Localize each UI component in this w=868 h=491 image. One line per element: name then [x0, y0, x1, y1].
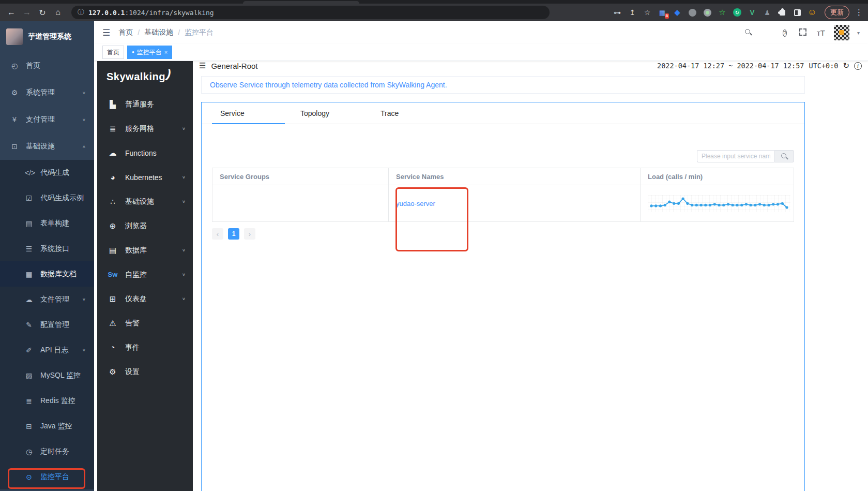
chrome-update-button[interactable]: 更新 — [825, 6, 849, 19]
sidebar-collapse-icon[interactable]: ☰ — [102, 27, 110, 38]
notice-banner: Observe Service through telemetry data c… — [201, 76, 805, 94]
sidebar-item-file-mgmt[interactable]: ☁ 文件管理 ∨ — [0, 287, 94, 312]
sidebar-item-db-doc[interactable]: ▦ 数据库文档 — [0, 261, 94, 287]
tab-trace[interactable]: Trace — [372, 102, 452, 124]
log-icon: ✐ — [25, 346, 33, 354]
site-info-icon[interactable]: ⓘ — [78, 8, 84, 17]
sw-item-browser[interactable]: ⊕浏览器 — [97, 214, 193, 238]
extension-grid-icon[interactable]: ▦8 — [658, 8, 667, 17]
avatar-dropdown-caret[interactable]: ▾ — [857, 30, 860, 36]
service-link[interactable]: yudao-server — [396, 200, 435, 207]
browser-toolbar: ← → ↻ ⌂ ⓘ 127.0.0.1:1024/infra/skywalkin… — [0, 4, 868, 21]
sidebar-item-infrastructure[interactable]: ⊡ 基础设施 ∧ — [0, 133, 94, 160]
chevron-down-icon: ∨ — [82, 117, 86, 122]
sw-item-dashboards[interactable]: ⊞仪表盘∨ — [97, 287, 193, 311]
extensions-puzzle-icon[interactable] — [778, 8, 787, 17]
address-bar[interactable]: ⓘ 127.0.0.1:1024/infra/skywalking — [71, 6, 550, 19]
sw-label: 事件 — [125, 343, 186, 352]
tag-home[interactable]: 首页 — [102, 46, 124, 59]
back-icon[interactable]: ← — [5, 6, 18, 19]
sidebar-item-payment[interactable]: ¥ 支付管理 ∨ — [0, 106, 94, 133]
extension-vue-devtools-icon[interactable]: V — [748, 8, 757, 17]
password-key-icon[interactable]: ⊶ — [613, 8, 622, 17]
breadcrumb-home[interactable]: 首页 — [118, 28, 133, 37]
sidebar-item-codegen[interactable]: </> 代码生成 — [0, 160, 94, 185]
page-1-button[interactable]: 1 — [228, 228, 239, 240]
sw-item-self-monitor[interactable]: Sw自监控∨ — [97, 262, 193, 287]
close-icon[interactable]: × — [164, 46, 167, 58]
skywalking-logo[interactable]: Skywalking) — [97, 61, 193, 92]
sidebar-item-home[interactable]: ◴ 首页 — [0, 52, 94, 79]
reading-mode-icon[interactable] — [793, 8, 802, 17]
sidebar-item-form-builder[interactable]: ▤ 表单构建 — [0, 211, 94, 236]
cell-service-group — [212, 185, 388, 221]
fullscreen-icon[interactable] — [798, 28, 808, 37]
extension-star-icon[interactable]: ☆ — [718, 8, 727, 17]
sidebar-item-mysql-monitor[interactable]: ▨ MySQL 监控 — [0, 363, 94, 388]
refresh-icon[interactable]: ↻ — [843, 61, 849, 70]
sidebar-label: 监控平台 — [40, 472, 86, 482]
sw-item-database[interactable]: ▤数据库∨ — [97, 238, 193, 262]
sw-item-service-mesh[interactable]: ≣服务网格∨ — [97, 116, 193, 141]
search-input[interactable] — [697, 150, 774, 162]
sidebar-item-java-monitor[interactable]: ⊟ Java 监控 — [0, 413, 94, 439]
extension-dot-icon[interactable] — [703, 8, 712, 17]
extension-sync-icon[interactable]: ↻ — [733, 8, 742, 17]
magnifier-glyph — [745, 29, 752, 36]
browser-tab[interactable] — [243, 1, 359, 4]
next-page-button[interactable]: › — [244, 228, 255, 240]
reload-icon[interactable]: ↻ — [36, 6, 49, 19]
time-range-picker[interactable]: 2022-04-17 12:27 ~ 2022-04-17 12:57 — [657, 62, 804, 70]
sidebar-item-redis-monitor[interactable]: ≣ Redis 监控 — [0, 388, 94, 413]
sw-item-infrastructure[interactable]: ∴基础设施∨ — [97, 189, 193, 214]
sidebar-item-codegen-demo[interactable]: ☑ 代码生成示例 — [0, 185, 94, 211]
url-path: :1024/infra/skywalking — [125, 9, 214, 17]
search-icon[interactable] — [743, 28, 754, 37]
sidebar-item-api-interface[interactable]: ☰ 系统接口 — [0, 236, 94, 261]
bookmark-star-icon[interactable]: ☆ — [643, 8, 652, 17]
info-icon[interactable]: i — [854, 62, 862, 70]
search-button[interactable] — [774, 150, 794, 162]
sw-label: Functions — [125, 149, 186, 157]
sw-item-functions[interactable]: ☁Functions — [97, 141, 193, 165]
sidebar-item-scheduled-jobs[interactable]: ◷ 定时任务 — [0, 439, 94, 464]
sidebar-label: 数据库文档 — [40, 270, 86, 279]
sidebar-item-monitor-platform[interactable]: ⊙ 监控平台 — [0, 464, 94, 489]
browser-profile-avatar[interactable]: ☺ — [808, 8, 817, 17]
sw-item-settings[interactable]: ⚙设置 — [97, 360, 193, 384]
tab-topology[interactable]: Topology — [292, 102, 372, 124]
chevron-down-icon: ∨ — [182, 126, 186, 131]
prev-page-button[interactable]: ‹ — [212, 228, 223, 240]
sw-item-kubernetes[interactable]: ◕Kubernetes∨ — [97, 165, 193, 189]
chevron-down-icon: ∨ — [82, 348, 86, 352]
sw-item-general-service[interactable]: ▙普通服务 — [97, 92, 193, 116]
sidebar-item-system[interactable]: ⚙ 系统管理 ∨ — [0, 79, 94, 106]
sw-item-alerting[interactable]: ⚠告警 — [97, 311, 193, 335]
sidebar-item-api-log[interactable]: ✐ API 日志 ∨ — [0, 337, 94, 363]
cell-service-name: yudao-server — [388, 185, 640, 221]
sidebar-item-config[interactable]: ✎ 配置管理 — [0, 312, 94, 337]
extension-gem-icon[interactable]: ◆ — [673, 8, 682, 17]
sw-label: 基础设施 — [125, 197, 182, 206]
app-logo[interactable]: 芋道管理系统 — [0, 21, 94, 52]
time-controls: 2022-04-17 12:27 ~ 2022-04-17 12:57 UTC+… — [657, 61, 862, 70]
col-header-service-groups: Service Groups — [212, 168, 388, 185]
home-icon[interactable]: ⌂ — [52, 6, 64, 19]
tab-service[interactable]: Service — [212, 102, 292, 124]
chrome-menu-icon[interactable]: ⋮ — [855, 8, 863, 17]
help-icon[interactable]: ? — [780, 28, 790, 37]
browser-chrome: ← → ↻ ⌂ ⓘ 127.0.0.1:1024/infra/skywalkin… — [0, 0, 868, 21]
menu-fold-icon[interactable]: ☰ — [199, 61, 206, 70]
shield-check-icon: ☑ — [25, 194, 33, 202]
breadcrumb-separator: / — [138, 28, 140, 37]
sw-item-events[interactable]: ◔事件 — [97, 335, 193, 360]
user-avatar[interactable] — [834, 25, 849, 40]
breadcrumb-infra[interactable]: 基础设施 — [144, 28, 173, 37]
share-icon[interactable]: ↥ — [628, 8, 637, 17]
forward-icon[interactable]: → — [21, 6, 33, 19]
tag-monitor-platform[interactable]: ● 监控平台 × — [127, 46, 172, 59]
font-size-icon[interactable]: тT — [816, 28, 826, 37]
extension-circle-icon[interactable] — [688, 8, 697, 17]
yen-icon: ¥ — [10, 115, 19, 124]
extension-figure-icon[interactable]: ♟ — [763, 8, 772, 17]
